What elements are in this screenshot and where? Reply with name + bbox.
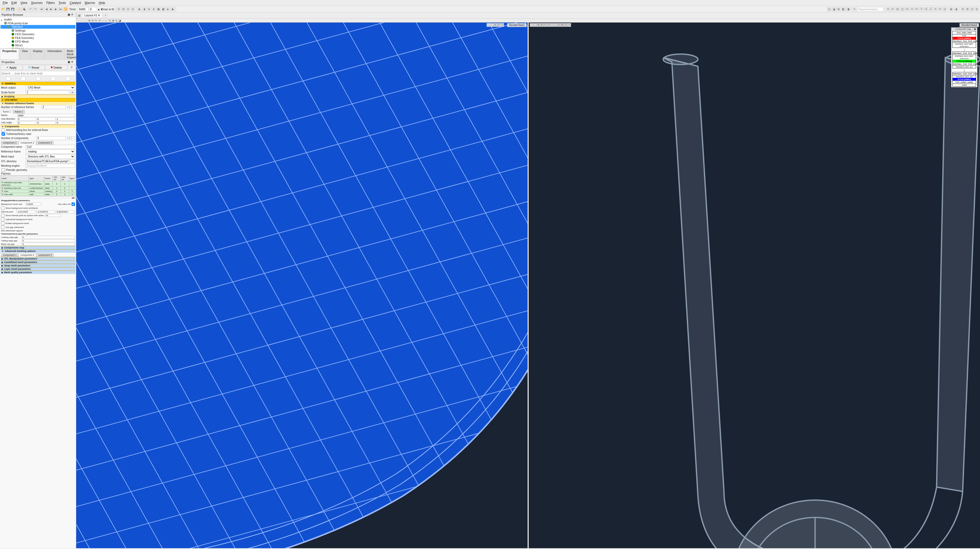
vt-7[interactable]: ↺ (98, 19, 101, 22)
tb-icon-v9[interactable]: +Z (924, 7, 928, 11)
axis-origin-z[interactable] (56, 121, 75, 124)
vt-4[interactable]: ⊞ (88, 19, 91, 22)
stl-browse[interactable]: ... (70, 159, 75, 163)
tab-display[interactable]: Display (30, 49, 45, 59)
section-stl-manip[interactable]: ▶STL Manipulation parameters (0, 257, 75, 260)
tab-view[interactable]: View (19, 49, 30, 59)
last-frame-icon[interactable]: ⏭ (59, 7, 63, 11)
v1t4[interactable]: ⊟ (497, 24, 500, 27)
section-scripting[interactable]: ▶Scripting (0, 95, 75, 98)
scale-unit[interactable]: m (70, 90, 75, 94)
menu-filters[interactable]: Filters (45, 0, 57, 5)
tb-icon-e2[interactable]: ◑ (954, 7, 958, 11)
frame-name-input[interactable] (18, 114, 75, 117)
v2t4[interactable]: ⊟ (540, 24, 543, 27)
frame-input[interactable] (89, 7, 97, 11)
prop-icon-1[interactable] (6, 77, 10, 81)
save-icon[interactable]: 💾 (6, 7, 10, 11)
menu-tools[interactable]: Tools (57, 0, 68, 5)
properties-close-icon[interactable]: ▣ ✕ (67, 60, 75, 63)
bg-mesh-input[interactable] (26, 203, 41, 206)
stl-dir-input[interactable] (26, 159, 69, 163)
num-frames-input[interactable] (41, 105, 66, 109)
menu-file[interactable]: File (1, 0, 9, 5)
layout-split-icon[interactable]: ▤ (77, 14, 81, 17)
vt-8[interactable]: ▪ (101, 19, 104, 22)
tb-icon-r3[interactable]: ⊠ (837, 7, 841, 11)
trailing-input[interactable] (22, 239, 75, 242)
section-general[interactable]: ▼GENERAL (0, 82, 75, 85)
tb-icon-r4[interactable]: ◧ (841, 7, 845, 11)
mesh-input-select[interactable]: Directory with STL files (26, 154, 75, 159)
tb-icon-1[interactable]: ☰ (116, 7, 121, 11)
section-quality[interactable]: ▶Mesh quality parameters (0, 271, 75, 274)
tree-item-fda-pump-tcae[interactable]: FDA-pump.tcae (0, 21, 75, 25)
frame-spinner[interactable]: ▲▼ (97, 8, 101, 11)
render-view-1[interactable]: RenderView1 ▫▫⊞⊟✕ (76, 22, 529, 548)
section-adv-mesh[interactable]: ▼Advanced meshing options (0, 249, 75, 253)
tb-icon-r1[interactable]: ◫ (827, 7, 831, 11)
prev-frame-icon[interactable]: ◀ (45, 7, 49, 11)
ref-frame-select[interactable]: rotating (26, 149, 75, 154)
internal-pt-y[interactable] (36, 210, 55, 213)
frame-tab-1[interactable]: frame 1 (1, 110, 13, 114)
first-frame-icon[interactable]: ⏮ (40, 7, 44, 11)
delete-button[interactable]: ✖Delete (45, 65, 67, 70)
leading-input[interactable] (22, 236, 75, 239)
play-icon[interactable]: ▶ (49, 7, 53, 11)
tb-icon-v13[interactable]: ⊡ (943, 7, 947, 11)
layout-tab-1[interactable]: Layout #1 ✕ (82, 13, 103, 18)
tb-icon-4[interactable]: ⊟ (131, 7, 135, 11)
layout-add-icon[interactable]: + (103, 14, 107, 17)
tb-icon-v11[interactable]: ⟲ (933, 7, 937, 11)
comp-plus[interactable]: + (67, 136, 71, 140)
menu-catalyst[interactable]: Catalyst (68, 0, 83, 5)
tb-icon-e1[interactable]: ◐ (949, 7, 953, 11)
prop-icon-5[interactable] (66, 77, 70, 81)
mesh-output-select[interactable]: CFD Mesh (26, 86, 75, 90)
tb-icon-r6[interactable]: ✎ (853, 7, 857, 11)
menu-view[interactable]: View (19, 0, 29, 5)
tb-icon-v7[interactable]: +Y (914, 7, 918, 11)
frame-tab-2[interactable]: frame 2 (13, 110, 25, 114)
tb-icon-v3[interactable]: ⊞ (895, 7, 899, 11)
tb-icon-10[interactable]: ▩ (161, 7, 165, 11)
tb-icon-8[interactable]: ⊗ (151, 7, 156, 11)
v1t2[interactable]: ▫ (490, 24, 493, 27)
v2t8[interactable]: ▪ (554, 24, 557, 27)
tree-item-slice1[interactable]: Slice1 (0, 43, 75, 47)
tree-item-cfd-mesh[interactable]: CFD Mesh (0, 40, 75, 43)
frames-plus[interactable]: + (67, 105, 71, 109)
v2t6[interactable]: ↺ (547, 24, 550, 27)
comp-minus[interactable]: − (71, 136, 75, 140)
patches-table[interactable]: nametypeframemin refmax reflayer ✎ inter… (0, 175, 75, 196)
tb-icon-r5[interactable]: ◨ (846, 7, 850, 11)
redo-icon[interactable]: ↷ (33, 7, 37, 11)
open-icon[interactable]: 📂 (1, 7, 5, 11)
undo-icon[interactable]: ↶ (29, 7, 33, 11)
tb-icon-7[interactable]: ⊕ (147, 7, 151, 11)
section-rot-ref[interactable]: ▼Rotation reference frames (0, 102, 75, 105)
next-frame-icon[interactable]: ▶ (54, 7, 58, 11)
adv-tab-2[interactable]: component 2 (19, 253, 36, 257)
tb-icon-6[interactable]: ◑ (142, 7, 146, 11)
adv-tab-1[interactable]: component 1 (1, 253, 18, 257)
tree-item-cfd-geometry[interactable]: CFD Geometry (0, 32, 75, 36)
search-input[interactable] (0, 71, 75, 76)
v2t3[interactable]: ⊞ (537, 24, 540, 27)
rotate-bg-check[interactable] (1, 222, 5, 225)
sphere-radius-input[interactable] (45, 214, 61, 217)
num-comp-input[interactable] (36, 136, 66, 140)
tb-icon-v6[interactable]: -X (910, 7, 914, 11)
adv-tab-3[interactable]: component 3 (36, 253, 54, 257)
section-snap[interactable]: ▶Snap mesh parameters (0, 264, 75, 267)
vt-11[interactable]: ⊠ (111, 19, 115, 22)
tb-icon-e4[interactable]: ⊞ (965, 7, 969, 11)
axis-dir-z[interactable] (56, 117, 75, 121)
disconnect-icon[interactable]: 🔌 (22, 7, 26, 11)
tree-item-builtin-[interactable]: ▪builtin: (0, 17, 75, 21)
add-bbox-check[interactable] (2, 128, 5, 132)
v2t12[interactable]: ✕ (568, 24, 571, 27)
cube-cell-check[interactable] (72, 203, 75, 206)
tb-icon-9[interactable]: ▦ (156, 7, 161, 11)
